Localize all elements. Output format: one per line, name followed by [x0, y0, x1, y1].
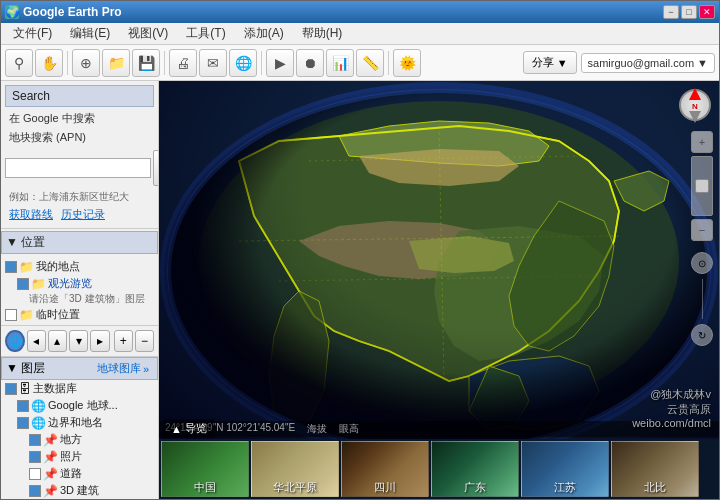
menu-add[interactable]: 添加(A)	[236, 23, 292, 44]
compass-south-arrow	[689, 111, 701, 123]
toolbar-btn-7[interactable]: ✉	[199, 49, 227, 77]
temp-location-checkbox[interactable]	[5, 309, 17, 321]
get-directions-link[interactable]: 获取路线	[9, 207, 53, 222]
toolbar-btn-5[interactable]: 💾	[132, 49, 160, 77]
nav-down-button[interactable]: ▾	[69, 330, 88, 352]
layer-checkbox-4[interactable]	[29, 451, 41, 463]
layer-icon-1: 🌐	[31, 399, 46, 413]
watermark-line2: 云贵高原	[632, 402, 711, 417]
zoom-slider-up[interactable]: +	[691, 131, 713, 153]
app-icon: 🌍	[5, 5, 19, 19]
layer-item-1[interactable]: 🌐Google 地球...	[1, 397, 158, 414]
temp-location-item[interactable]: 📁 临时位置	[5, 306, 154, 323]
toolbar-sep-2	[164, 51, 165, 75]
layer-label-3: 地方	[60, 432, 82, 447]
toolbar-sep-1	[67, 51, 68, 75]
nav-left-button[interactable]: ◂	[27, 330, 46, 352]
search-input[interactable]	[5, 158, 151, 178]
strip-header-label: 导览	[185, 421, 207, 436]
menu-help[interactable]: 帮助(H)	[294, 23, 351, 44]
compass-circle[interactable]: N	[679, 89, 711, 121]
layer-icon-6: 📌	[43, 484, 58, 498]
tour-folder-icon: 📁	[31, 277, 46, 291]
toolbar-btn-12[interactable]: 📏	[356, 49, 384, 77]
tour-checkbox[interactable]	[17, 278, 29, 290]
toolbar-btn-4[interactable]: 📁	[102, 49, 130, 77]
search-row: 搜索	[5, 150, 154, 186]
tour-item[interactable]: 📁 观光游览	[5, 275, 154, 292]
globe-nav-button[interactable]: 🌐	[5, 330, 25, 352]
layer-checkbox-6[interactable]	[29, 485, 41, 497]
layer-checkbox-2[interactable]	[17, 417, 29, 429]
toolbar-btn-11[interactable]: 📊	[326, 49, 354, 77]
share-button[interactable]: 分享 ▼	[523, 51, 577, 74]
eye-label: 眼高	[339, 422, 359, 436]
menu-bar: 文件(F) 编辑(E) 视图(V) 工具(T) 添加(A) 帮助(H)	[1, 23, 719, 45]
strip-label-3: 广东	[431, 480, 519, 495]
layer-icon-0: 🗄	[19, 382, 31, 396]
strip-item-0[interactable]: 中国	[161, 441, 249, 497]
layer-item-5[interactable]: 📌道路	[1, 465, 158, 482]
layer-item-6[interactable]: 📌3D 建筑	[1, 482, 158, 499]
rotate-control[interactable]: ↻	[691, 324, 713, 346]
strip-item-4[interactable]: 江苏	[521, 441, 609, 497]
zoom-out-button[interactable]: −	[135, 330, 154, 352]
toolbar-btn-9[interactable]: ▶	[266, 49, 294, 77]
layer-checkbox-0[interactable]	[5, 383, 17, 395]
compass-inner: N	[689, 88, 701, 123]
my-places-checkbox[interactable]	[5, 261, 17, 273]
nav-up-button[interactable]: ▴	[48, 330, 67, 352]
layer-item-4[interactable]: 📌照片	[1, 448, 158, 465]
menu-edit[interactable]: 编辑(E)	[62, 23, 118, 44]
layer-checkbox-5[interactable]	[29, 468, 41, 480]
toolbar-btn-13[interactable]: 🌞	[393, 49, 421, 77]
watermark-line1: @独木成林v	[632, 387, 711, 402]
main-window: 🌍 Google Earth Pro − □ ✕ 文件(F) 编辑(E) 视图(…	[0, 0, 720, 500]
strip-items: 中国华北平原四川广东江苏北比	[159, 439, 701, 499]
my-places-item[interactable]: 📁 我的地点	[5, 258, 154, 275]
layer-icon-4: 📌	[43, 450, 58, 464]
tour-desc-item[interactable]: 请沿途「3D 建筑物」图层	[5, 292, 154, 306]
strip-header-arrow: ▲	[171, 423, 182, 435]
strip-item-2[interactable]: 四川	[341, 441, 429, 497]
tour-desc-label: 请沿途「3D 建筑物」图层	[29, 293, 145, 305]
toolbar-btn-8[interactable]: 🌐	[229, 49, 257, 77]
layer-item-2[interactable]: 🌐边界和地名	[1, 414, 158, 431]
toolbar-btn-3[interactable]: ⊕	[72, 49, 100, 77]
zoom-in-button[interactable]: +	[114, 330, 133, 352]
zoom-slider[interactable]	[691, 156, 713, 216]
toolbar-btn-1[interactable]: ⚲	[5, 49, 33, 77]
location-header[interactable]: ▼ 位置	[1, 231, 158, 254]
zoom-slider-down[interactable]: −	[691, 219, 713, 241]
tilt-control[interactable]: ⊙	[691, 252, 713, 274]
compass-north-arrow	[689, 88, 701, 100]
map-area[interactable]: N + − ⊙ ↻ 24°15'4.09"N 102°21'45.04"E	[159, 81, 719, 499]
menu-file[interactable]: 文件(F)	[5, 23, 60, 44]
toolbar-btn-6[interactable]: 🖨	[169, 49, 197, 77]
title-text: 🌍 Google Earth Pro	[5, 5, 122, 19]
history-link[interactable]: 历史记录	[61, 207, 105, 222]
toolbar-btn-2[interactable]: ✋	[35, 49, 63, 77]
temp-location-label: 临时位置	[36, 307, 80, 322]
close-button[interactable]: ✕	[699, 5, 715, 19]
toolbar-btn-10[interactable]: ⏺	[296, 49, 324, 77]
layers-title[interactable]: ▼ 图层	[6, 360, 93, 377]
gallery-button[interactable]: 地球图库 »	[93, 360, 153, 377]
menu-tools[interactable]: 工具(T)	[178, 23, 233, 44]
nav-right-button[interactable]: ▸	[90, 330, 109, 352]
strip-item-5[interactable]: 北比	[611, 441, 699, 497]
strip-item-3[interactable]: 广东	[431, 441, 519, 497]
layer-checkbox-1[interactable]	[17, 400, 29, 412]
strip-header: ▲ 导览	[163, 419, 215, 438]
email-display[interactable]: samirguo@gmail.com ▼	[581, 53, 715, 73]
layer-item-0[interactable]: 🗄主数据库	[1, 380, 158, 397]
minimize-button[interactable]: −	[663, 5, 679, 19]
layers-list: 🗄主数据库🌐Google 地球...🌐边界和地名📌地方📌照片📌道路📌3D 建筑🌐…	[1, 380, 158, 499]
strip-item-1[interactable]: 华北平原	[251, 441, 339, 497]
toolbar-sep-3	[261, 51, 262, 75]
menu-view[interactable]: 视图(V)	[120, 23, 176, 44]
layer-checkbox-3[interactable]	[29, 434, 41, 446]
layer-label-6: 3D 建筑	[60, 483, 99, 498]
layer-item-3[interactable]: 📌地方	[1, 431, 158, 448]
maximize-button[interactable]: □	[681, 5, 697, 19]
